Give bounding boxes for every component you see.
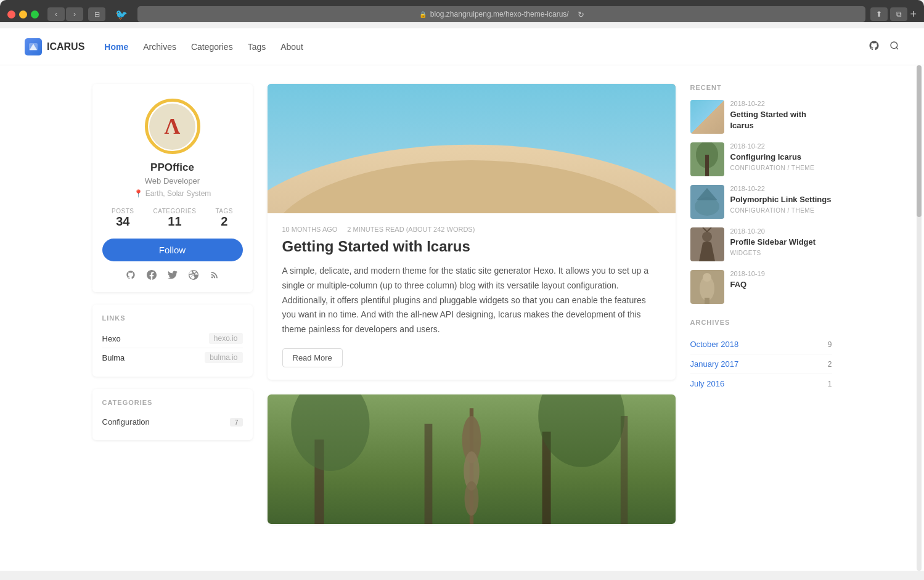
avatar-wrap: Λ <box>145 99 200 154</box>
recent-info-3: 2018-10-22 Polymorphic Link Settings CON… <box>730 185 832 219</box>
link-url-bulma[interactable]: bulma.io <box>205 352 242 363</box>
close-dot[interactable] <box>7 10 15 18</box>
post-title-1: Getting Started with Icarus <box>282 238 661 255</box>
categories-widget-title: CATEGORIES <box>102 399 243 406</box>
back-button[interactable]: ‹ <box>47 7 65 21</box>
page-wrapper: Λ PPOffice Web Developer 📍 Earth, Solar … <box>68 65 857 542</box>
archive-link-jan2017[interactable]: January 2017 <box>690 359 739 369</box>
recent-date-4: 2018-10-20 <box>730 227 832 235</box>
svg-rect-17 <box>690 100 724 134</box>
facebook-link[interactable] <box>147 270 157 282</box>
forward-button[interactable]: › <box>66 7 83 21</box>
sidebar-toggle-button[interactable]: ⊟ <box>88 7 105 21</box>
recent-title-5[interactable]: FAQ <box>730 279 832 290</box>
logo-icon <box>25 38 42 55</box>
stat-categories: CATEGORIES 11 <box>153 208 197 229</box>
maximize-dot[interactable] <box>31 10 39 18</box>
recent-thumb-4 <box>690 227 724 261</box>
archive-count-jan2017: 2 <box>828 360 832 369</box>
nav-about[interactable]: About <box>280 42 303 52</box>
location-icon: 📍 <box>134 189 143 198</box>
post-image-1 <box>268 84 676 213</box>
recent-info-1: 2018-10-22 Getting Started with Icarus <box>730 100 832 134</box>
url-text: blog.zhangruipeng.me/hexo-theme-icarus/ <box>430 10 569 18</box>
stat-categories-value: 11 <box>153 214 197 229</box>
archive-link-jul2016[interactable]: July 2016 <box>690 379 725 388</box>
avatar: Λ <box>149 104 195 150</box>
profile-card: Λ PPOffice Web Developer 📍 Earth, Solar … <box>92 84 253 292</box>
recent-date-3: 2018-10-22 <box>730 185 832 192</box>
site-nav: Home Archives Categories Tags About <box>104 42 303 52</box>
recent-thumb-2 <box>690 142 724 176</box>
recent-widget: RECENT 2018-10-22 Getting Started with I… <box>690 84 832 304</box>
post-meta-1: 10 MONTHS AGO 2 MINUTES READ (ABOUT 242 … <box>282 226 661 233</box>
scrollbar-thumb[interactable] <box>917 65 922 217</box>
tabs-button[interactable]: ⧉ <box>890 7 907 21</box>
recent-item-3: 2018-10-22 Polymorphic Link Settings CON… <box>690 185 832 219</box>
recent-title-4[interactable]: Profile Sidebar Widget <box>730 237 832 248</box>
sidebar-right: RECENT 2018-10-22 Getting Started with I… <box>690 84 832 524</box>
nav-archives[interactable]: Archives <box>143 42 176 52</box>
nav-categories[interactable]: Categories <box>191 42 233 52</box>
recent-title-3[interactable]: Polymorphic Link Settings <box>730 194 832 205</box>
categories-widget: CATEGORIES Configuration 7 <box>92 389 253 440</box>
header-actions <box>869 40 899 54</box>
site-logo[interactable]: ICARUS <box>25 38 84 55</box>
archive-item-oct2018: October 2018 9 <box>690 335 832 354</box>
search-header-button[interactable] <box>889 41 899 53</box>
archive-item-jul2016: July 2016 1 <box>690 374 832 393</box>
archive-count-jul2016: 1 <box>828 380 832 388</box>
address-bar[interactable]: 🔒 blog.zhangruipeng.me/hexo-theme-icarus… <box>137 6 865 22</box>
recent-date-5: 2018-10-19 <box>730 270 832 277</box>
post-age-1: 10 MONTHS AGO <box>282 226 338 233</box>
recent-item-2: 2018-10-22 Configuring Icarus CONFIGURAT… <box>690 142 832 176</box>
link-item-bulma: Bulma bulma.io <box>102 348 243 367</box>
category-item-configuration: Configuration 7 <box>102 414 243 430</box>
nav-home[interactable]: Home <box>104 42 128 52</box>
twitter-link[interactable] <box>168 270 178 282</box>
recent-title-1[interactable]: Getting Started with Icarus <box>730 109 832 131</box>
links-widget: LINKS Hexo hexo.io Bulma bulma.io <box>92 304 253 377</box>
link-name-bulma: Bulma <box>102 353 125 362</box>
stat-tags-label: TAGS <box>215 208 232 214</box>
svg-rect-20 <box>705 155 709 176</box>
site-logo-text: ICARUS <box>47 41 84 52</box>
recent-tags-4: WIDGETS <box>730 250 832 256</box>
rss-link[interactable] <box>210 270 219 282</box>
category-name[interactable]: Configuration <box>102 417 150 427</box>
avatar-ring: Λ <box>145 99 200 154</box>
archive-link-oct2018[interactable]: October 2018 <box>690 340 739 349</box>
github-link[interactable] <box>126 270 136 282</box>
social-links <box>102 270 243 282</box>
category-count: 7 <box>230 418 242 427</box>
bird-logo: 🐦 <box>115 9 128 20</box>
github-header-button[interactable] <box>869 40 880 54</box>
share-button[interactable]: ⬆ <box>870 7 888 21</box>
reload-button[interactable]: ↻ <box>578 10 584 19</box>
dribbble-link[interactable] <box>189 270 198 282</box>
read-more-button-1[interactable]: Read More <box>282 348 343 367</box>
recent-tags-3: CONFIGURATION / THEME <box>730 207 832 214</box>
svg-point-14 <box>464 481 478 516</box>
stat-posts-label: POSTS <box>112 208 134 214</box>
profile-name: PPOffice <box>102 161 243 174</box>
follow-button[interactable]: Follow <box>102 239 243 261</box>
main-content: 10 MONTHS AGO 2 MINUTES READ (ABOUT 242 … <box>268 84 676 524</box>
links-widget-title: LINKS <box>102 314 243 322</box>
link-url-hexo[interactable]: hexo.io <box>209 333 243 344</box>
recent-date-1: 2018-10-22 <box>730 100 832 107</box>
scrollbar[interactable] <box>917 65 922 571</box>
minimize-dot[interactable] <box>19 10 27 18</box>
recent-item-4: 2018-10-20 Profile Sidebar Widget WIDGET… <box>690 227 832 261</box>
archive-count-oct2018: 9 <box>828 340 832 349</box>
archives-widget: ARCHIVES October 2018 9 January 2017 2 J… <box>690 319 832 393</box>
recent-item-1: 2018-10-22 Getting Started with Icarus <box>690 100 832 134</box>
recent-info-2: 2018-10-22 Configuring Icarus CONFIGURAT… <box>730 142 832 176</box>
link-item-hexo: Hexo hexo.io <box>102 329 243 348</box>
new-tab-button[interactable]: + <box>910 7 917 21</box>
nav-tags[interactable]: Tags <box>248 42 266 52</box>
profile-title: Web Developer <box>102 176 243 186</box>
post-card-1: 10 MONTHS AGO 2 MINUTES READ (ABOUT 242 … <box>268 84 676 380</box>
recent-date-2: 2018-10-22 <box>730 142 832 150</box>
recent-title-2[interactable]: Configuring Icarus <box>730 152 832 163</box>
